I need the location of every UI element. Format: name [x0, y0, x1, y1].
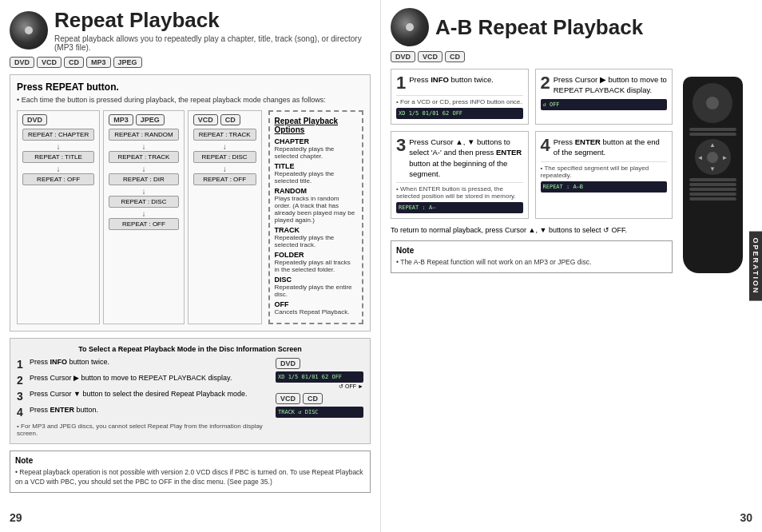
right-format-badges: DVD VCD CD [391, 51, 752, 62]
info-screen-title: To Select a Repeat Playback Mode in the … [17, 345, 363, 353]
mp3-item-4: REPEAT : DISC [109, 196, 179, 208]
repeat-options-box: Repeat Playback Options CHAPTER Repeated… [268, 110, 363, 324]
ab-step-header-2: 2 Press Cursor ▶ button to move to REPEA… [541, 74, 668, 96]
badge-dvd-info: DVD [276, 358, 300, 369]
left-note-title: Note [15, 456, 365, 465]
off-label-1: ↺ OFF ► [276, 383, 363, 390]
ab-screen-3: REPEAT : A— [396, 202, 523, 213]
ab-step-num-4: 4 [541, 137, 550, 154]
ab-screen-4: REPEAT : A—B [541, 181, 668, 193]
ab-step-num-2: 2 [541, 74, 550, 92]
vcdcd-badge-info: VCD CD [276, 393, 363, 404]
left-page-title: Repeat Playback [54, 8, 371, 33]
option-off: OFF Cancels Repeat Playback. [275, 300, 357, 316]
badge-cd: CD [64, 57, 84, 68]
option-chapter: CHAPTER Repeatedly plays the selected ch… [275, 137, 357, 160]
step-text-3: Press Cursor ▼ button to select the desi… [30, 390, 248, 399]
main-box-subtitle: • Each time the button is pressed during… [17, 96, 363, 104]
ab-step-desc-4: Press ENTER button at the end of the seg… [554, 137, 667, 158]
screen-mock-1: XD 1/5 01/01 62 OFF [276, 371, 363, 383]
mp3-item-3: REPEAT : DIR [109, 173, 179, 185]
step-text-2: Press Cursor ▶ button to move to REPEAT … [30, 374, 232, 383]
return-note: To return to normal playback, press Curs… [391, 225, 673, 236]
screen-mock-2: TRACK ↺ DISC [276, 407, 363, 418]
option-random: RANDOM Plays tracks in random order. (A … [275, 187, 357, 224]
remote-btn-2 [689, 133, 736, 136]
badge-vcd: VCD [37, 57, 62, 68]
right-badge-vcd: VCD [418, 51, 443, 62]
ab-step-header-1: 1 Press INFO button twice. [396, 74, 523, 92]
mp3-arrow-1: ↓ [109, 142, 179, 151]
step-num-3: 3 [17, 390, 26, 403]
vcdcd-diagram: VCD CD REPEAT : TRACK ↓ REPEAT : DISC ↓ … [188, 110, 262, 324]
left-page: Repeat Playback Repeat playback allows y… [0, 0, 381, 532]
option-title-desc: Repeatedly plays the selected title. [275, 170, 357, 185]
step-num-1: 1 [17, 358, 26, 371]
ab-step-note-1: • For a VCD or CD, press INFO button onc… [396, 95, 523, 105]
mp3jpeg-badge-row: MP3 JPEG [109, 114, 179, 125]
jpeg-badge: JPEG [136, 114, 165, 125]
remote-btn-3 [689, 178, 736, 181]
dvd-item-3: REPEAT : OFF [22, 173, 94, 185]
ab-step-num-3: 3 [396, 137, 406, 154]
mp3-item-2: REPEAT : TRACK [109, 151, 179, 163]
right-page-number: 30 [740, 511, 752, 524]
dvd-badge-info: DVD [276, 358, 363, 369]
info-steps: 1 Press INFO button twice. 2 Press Curso… [17, 358, 269, 419]
badge-dvd: DVD [10, 57, 34, 68]
right-page-title: A-B Repeat Playback [435, 15, 643, 40]
dvd-item-2: REPEAT : TITLE [22, 151, 94, 163]
option-folder-label: FOLDER [275, 251, 357, 259]
option-off-desc: Cancels Repeat Playback. [275, 308, 357, 316]
option-title: TITLE Repeatedly plays the selected titl… [275, 162, 357, 185]
left-page-subtitle: Repeat playback allows you to repeatedly… [54, 34, 371, 52]
dvd-item-1: REPEAT : CHAPTER [22, 129, 94, 141]
ab-step-box-2: 2 Press Cursor ▶ button to move to REPEA… [535, 69, 673, 125]
remote-btn-5 [689, 188, 736, 191]
option-folder: FOLDER Repeatedly plays all tracks in th… [275, 251, 357, 273]
ab-step-num-1: 1 [396, 74, 406, 92]
left-note-text: • Repeat playback operation is not possi… [15, 468, 365, 487]
right-remote: ▲ ▼ ◄ ► [673, 69, 752, 273]
right-content: 1 Press INFO button twice. • For a VCD o… [391, 69, 752, 273]
right-badge-cd: CD [445, 51, 465, 62]
remote-btn-1 [689, 128, 736, 131]
info-step-2: 2 Press Cursor ▶ button to move to REPEA… [17, 374, 269, 387]
info-step-1: 1 Press INFO button twice. [17, 358, 269, 371]
option-folder-desc: Repeatedly plays all tracks in the selec… [275, 259, 357, 273]
info-screen-box: To Select a Repeat Playback Mode in the … [10, 338, 371, 444]
remote-disc-area [693, 83, 732, 123]
vcd-item-1: REPEAT : TRACK [193, 129, 256, 141]
option-random-desc: Plays tracks in random order. (A track t… [275, 195, 357, 224]
step-num-4: 4 [17, 406, 26, 419]
right-page: OPERATION A-B Repeat Playback DVD VCD CD [381, 0, 762, 532]
cd-badge2: CD [220, 114, 240, 125]
right-badge-dvd: DVD [391, 51, 415, 62]
remote-btn-7 [689, 197, 736, 200]
mp3-item-5: REPEAT : OFF [109, 218, 179, 230]
option-disc-label: DISC [275, 276, 357, 284]
vcd-arrow-2: ↓ [193, 165, 256, 173]
option-chapter-desc: Repeatedly plays the selected chapter. [275, 145, 357, 160]
dvd-screen-mocks: DVD XD 1/5 01/01 62 OFF ↺ OFF ► VCD CD T… [276, 358, 363, 437]
option-chapter-label: CHAPTER [275, 137, 357, 145]
right-note-title: Note [396, 246, 667, 255]
vcd-arrow-1: ↓ [193, 142, 256, 151]
ab-step-desc-1: Press INFO button twice. [409, 74, 494, 85]
left-header: Repeat Playback Repeat playback allows y… [10, 8, 371, 52]
repeat-options-title: Repeat Playback Options [275, 117, 357, 134]
right-note-box: Note • The A-B Repeat function will not … [391, 240, 673, 273]
page-container: Repeat Playback Repeat playback allows y… [0, 0, 762, 532]
badge-jpeg: JPEG [113, 57, 142, 68]
ab-screen-2: ↺ OFF [541, 99, 668, 110]
option-off-label: OFF [275, 300, 357, 308]
step-text-1: Press INFO button twice. [30, 358, 109, 367]
left-format-badges: DVD VCD CD MP3 JPEG [10, 57, 371, 68]
left-page-number: 29 [10, 511, 22, 524]
mp3-badge: MP3 [109, 114, 133, 125]
badge-vcd-info: VCD [276, 393, 300, 404]
vcdcd-badge-row: VCD CD [193, 114, 256, 125]
step-text-4: Press ENTER button. [30, 406, 98, 415]
dvd-arrow-1: ↓ [22, 142, 94, 151]
option-random-label: RANDOM [275, 187, 357, 195]
